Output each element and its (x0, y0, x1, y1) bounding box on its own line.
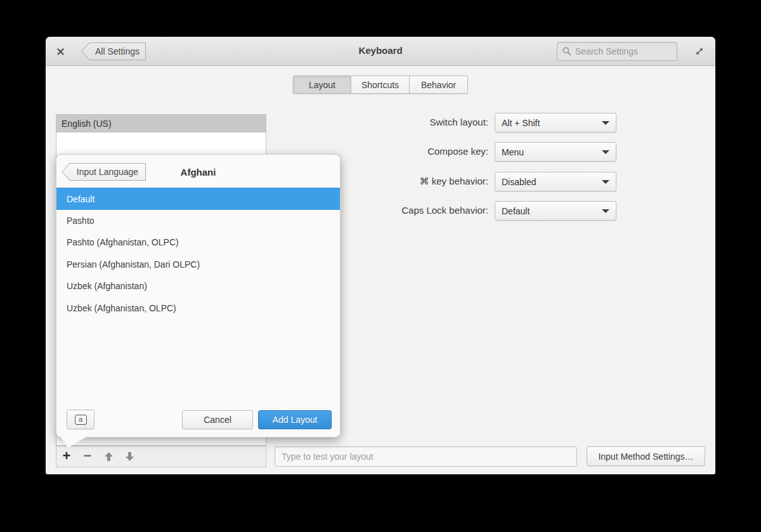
variant-item-label: Uzbek (Afghanistan) (67, 281, 147, 291)
input-method-settings-button[interactable]: Input Method Settings… (587, 446, 705, 466)
variant-item-label: Pashto (67, 216, 94, 226)
layouts-list-toolbar: + − (56, 446, 266, 467)
add-layout-button[interactable]: + (59, 448, 74, 465)
variant-item-pashto[interactable]: Pashto (56, 210, 340, 232)
chevron-down-icon (602, 150, 609, 154)
tab-layout-label: Layout (309, 80, 335, 90)
variant-item-uzbek[interactable]: Uzbek (Afghanistan) (56, 275, 340, 297)
tab-shortcuts-label: Shortcuts (361, 80, 399, 90)
tab-behavior[interactable]: Behavior (410, 75, 468, 94)
combobox-value: Default (502, 206, 602, 216)
variant-item-label: Persian (Afghanistan, Dari OLPC) (67, 259, 200, 269)
cmd-key-behavior-combobox[interactable]: Disabled (495, 172, 616, 191)
setting-row-switch-layout: Switch layout: Alt + Shift (46, 113, 715, 133)
variant-item-label: Default (67, 194, 94, 204)
move-layout-down-button[interactable] (122, 448, 137, 465)
chevron-down-icon (602, 180, 609, 184)
arrow-down-icon (125, 451, 134, 462)
layout-variant-list: Default Pashto Pashto (Afghanistan, OLPC… (56, 188, 340, 319)
maximize-button[interactable] (693, 45, 706, 58)
input-language-back-button[interactable]: Input Language (62, 163, 146, 181)
variant-item-label: Uzbek (Afghanistan, OLPC) (67, 303, 176, 313)
combobox-value: Menu (502, 147, 602, 157)
test-layout-input[interactable] (275, 446, 577, 467)
combobox-value: Alt + Shift (502, 118, 602, 128)
arrow-up-icon (104, 451, 114, 462)
add-layout-confirm-label: Add Layout (273, 415, 318, 425)
headerbar: All Settings Keyboard (46, 37, 715, 66)
keyboard-preview-button[interactable]: a (67, 410, 94, 429)
caps-lock-behavior-combobox[interactable]: Default (495, 201, 616, 221)
chevron-down-icon (602, 209, 609, 213)
back-button-label: Input Language (77, 167, 138, 177)
variant-item-persian-dari-olpc[interactable]: Persian (Afghanistan, Dari OLPC) (56, 254, 340, 276)
maximize-icon (693, 45, 706, 58)
switch-layout-label: Switch layout: (429, 117, 488, 127)
move-layout-up-button[interactable] (101, 448, 116, 465)
tab-layout[interactable]: Layout (293, 75, 351, 94)
search-settings-field[interactable] (557, 42, 677, 61)
popover-action-bar: a Cancel Add Layout (56, 410, 340, 430)
search-icon (563, 47, 571, 56)
chevron-down-icon (602, 121, 609, 125)
add-layout-popover: Input Language Afghani Default Pashto Pa… (56, 154, 341, 438)
search-settings-input[interactable] (575, 46, 672, 56)
minus-icon: − (84, 449, 92, 463)
variant-item-pashto-olpc[interactable]: Pashto (Afghanistan, OLPC) (56, 231, 340, 254)
compose-key-combobox[interactable]: Menu (495, 142, 616, 162)
variant-item-default[interactable]: Default (56, 188, 340, 210)
cmd-key-behavior-label: ⌘ key behavior: (420, 176, 488, 187)
remove-layout-button[interactable]: − (80, 448, 95, 465)
compose-key-label: Compose key: (427, 146, 488, 157)
keyboard-settings-window: All Settings Keyboard Layout Sh (46, 37, 715, 474)
variant-item-label: Pashto (Afghanistan, OLPC) (67, 237, 179, 247)
variant-item-uzbek-olpc[interactable]: Uzbek (Afghanistan, OLPC) (56, 297, 340, 320)
tab-behavior-label: Behavior (421, 80, 456, 90)
switch-layout-combobox[interactable]: Alt + Shift (495, 113, 616, 133)
tab-shortcuts[interactable]: Shortcuts (351, 75, 410, 94)
combobox-value: Disabled (502, 177, 602, 187)
cancel-button[interactable]: Cancel (182, 410, 253, 429)
keyboard-key-icon: a (75, 415, 87, 425)
plus-icon: + (63, 449, 71, 463)
desktop-background: All Settings Keyboard Layout Sh (0, 0, 761, 532)
add-layout-confirm-button[interactable]: Add Layout (258, 410, 332, 429)
mode-switcher: Layout Shortcuts Behavior (293, 75, 468, 94)
caps-lock-behavior-label: Caps Lock behavior: (401, 205, 488, 216)
